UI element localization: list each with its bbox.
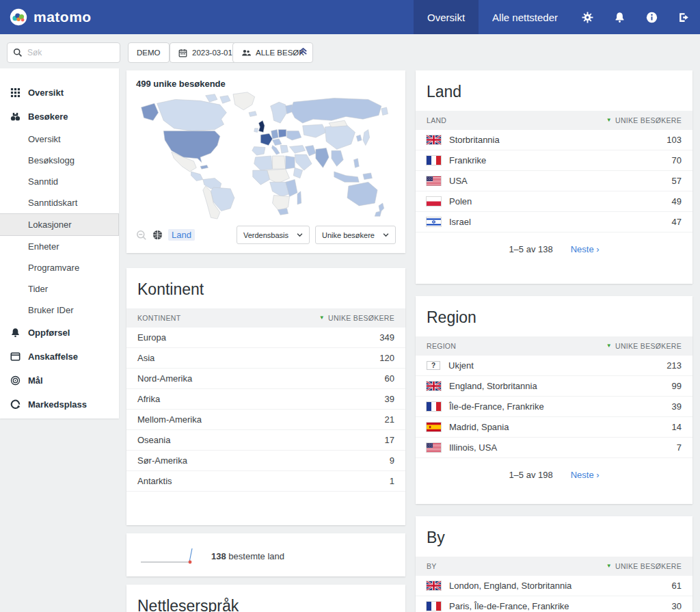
row-label: Île-de-France, Frankrike xyxy=(449,401,544,412)
sidebar-item-label: Sanntidskart xyxy=(28,198,77,208)
nav-item-alle-nettsteder[interactable]: Alle nettsteder xyxy=(479,0,571,34)
table-row[interactable]: Polen49 xyxy=(416,191,692,212)
zoom-out-icon[interactable] xyxy=(136,230,147,241)
sort-desc-icon: ▼ xyxy=(606,343,612,349)
column-header-unike-besokere[interactable]: ▼UNIKE BESØKERE xyxy=(606,342,682,350)
table-row[interactable]: Madrid, Spania14 xyxy=(416,417,692,438)
row-label: Sør-Amerika xyxy=(137,455,187,466)
column-header-unike-besokere[interactable]: ▼UNIKE BESØKERE xyxy=(606,562,682,570)
bell-icon xyxy=(10,328,21,338)
sidebar-item-programvare[interactable]: Programvare xyxy=(0,257,119,278)
pagination-next-link[interactable]: Neste › xyxy=(571,244,600,254)
row-value: 17 xyxy=(385,435,394,445)
search-box[interactable] xyxy=(7,42,120,63)
sparkline-label: bestemte land xyxy=(228,551,284,561)
column-header-kontinent[interactable]: KONTINENT xyxy=(137,314,180,322)
widget-title: Nettleserspråk xyxy=(126,585,405,612)
sidebar-item-label: Lokasjoner xyxy=(28,219,72,230)
sidebar-item-bruker-ider[interactable]: Bruker IDer xyxy=(0,300,119,321)
pagination-range: 1–5 av 198 xyxy=(509,470,552,480)
window-icon xyxy=(10,351,21,362)
column-header-unike-besokere[interactable]: ▼UNIKE BESØKERE xyxy=(319,314,394,322)
column-header-by[interactable]: BY xyxy=(427,562,437,570)
table-row[interactable]: ?Ukjent213 xyxy=(416,356,692,376)
flag-fr-icon xyxy=(427,402,441,411)
table-row[interactable]: Frankrike70 xyxy=(416,150,692,171)
row-value: 14 xyxy=(672,422,682,432)
table-row[interactable]: Mellom-Amerika21 xyxy=(126,410,405,430)
table-row[interactable]: Asia120 xyxy=(126,348,405,369)
sidebar-item-markedsplass[interactable]: Markedsplass xyxy=(0,393,119,416)
matomo-logo[interactable]: matomo xyxy=(0,8,101,26)
kontinent-widget: Kontinent KONTINENT ▼UNIKE BESØKERE Euro… xyxy=(126,268,405,525)
row-label: Asia xyxy=(137,353,154,363)
table-row[interactable]: Nord-Amerika60 xyxy=(126,369,405,389)
row-value: 47 xyxy=(672,217,682,227)
flag-fr-icon xyxy=(427,602,441,611)
table-row[interactable]: USA57 xyxy=(416,171,692,191)
table-row[interactable]: Afrika39 xyxy=(126,389,405,410)
logout-icon[interactable] xyxy=(668,0,700,34)
sidebar-item-enheter[interactable]: Enheter xyxy=(0,236,119,257)
row-value: 30 xyxy=(672,601,682,611)
target-icon xyxy=(10,375,21,386)
table-row[interactable]: Oseania17 xyxy=(126,430,405,451)
widget-title: Kontinent xyxy=(126,268,405,308)
map-level-land-link[interactable]: Land xyxy=(168,229,195,241)
map-basis-select[interactable]: Verdensbasis xyxy=(237,226,310,244)
site-selector-button[interactable]: DEMO xyxy=(128,42,170,63)
sidebar-item-oversikt[interactable]: Oversikt xyxy=(0,81,119,105)
sidebar-item-tider[interactable]: Tider xyxy=(0,278,119,300)
sidebar-item-label: Bruker IDer xyxy=(28,305,73,315)
sidebar-item-bes-kere[interactable]: Besøkere xyxy=(0,105,119,129)
column-header-land[interactable]: LAND xyxy=(427,116,446,124)
notifications-bell-icon[interactable] xyxy=(604,0,636,34)
by-widget: By BY ▼UNIKE BESØKERE London, England, S… xyxy=(416,516,692,612)
sidebar-item-oversikt[interactable]: Oversikt xyxy=(0,129,119,150)
sidebar-item-label: Sanntid xyxy=(28,176,58,187)
table-row[interactable]: Paris, Île-de-France, Frankrike30 xyxy=(416,596,692,612)
sidebar-item-label: Besøkere xyxy=(28,111,68,122)
table-row[interactable]: Israel47 xyxy=(416,212,692,232)
table-row[interactable]: Europa349 xyxy=(126,328,405,348)
globe-icon[interactable] xyxy=(152,230,163,240)
world-map[interactable] xyxy=(126,90,405,223)
date-selector-button[interactable]: 2023-03-01 xyxy=(170,42,241,63)
top-navigation-bar: matomo Oversikt Alle nettsteder xyxy=(0,0,700,34)
row-label: Israel xyxy=(449,217,471,227)
column-header-unike-besokere[interactable]: ▼UNIKE BESØKERE xyxy=(606,116,682,124)
sidebar-item-m-l[interactable]: Mål xyxy=(0,369,119,393)
row-value: 349 xyxy=(379,332,394,343)
sidebar-item-bes-kslogg[interactable]: Besøkslogg xyxy=(0,150,119,171)
row-value: 9 xyxy=(390,455,394,466)
sort-desc-icon: ▼ xyxy=(319,315,325,321)
settings-gear-icon[interactable] xyxy=(571,0,604,34)
sidebar-item-anskaffelse[interactable]: Anskaffelse xyxy=(0,345,119,369)
collapse-chevrons-icon[interactable] xyxy=(298,46,308,59)
info-icon[interactable] xyxy=(636,0,668,34)
table-row[interactable]: Sør-Amerika9 xyxy=(126,451,405,471)
map-metric-select[interactable]: Unike besøkere xyxy=(315,226,396,244)
row-label: London, England, Storbritannia xyxy=(449,581,571,591)
table-row[interactable]: Storbritannia103 xyxy=(416,130,692,150)
sidebar-item-lokasjoner[interactable]: Lokasjoner xyxy=(0,213,119,236)
table-row[interactable]: Illinois, USA7 xyxy=(416,438,692,458)
sidebar-item-sanntidskart[interactable]: Sanntidskart xyxy=(0,192,119,213)
row-value: 7 xyxy=(677,442,682,453)
visitor-map-widget: 499 unike besøkende xyxy=(126,70,405,253)
table-row[interactable]: Antarktis1 xyxy=(126,471,405,492)
nav-item-oversikt[interactable]: Oversikt xyxy=(414,0,479,34)
column-header-region[interactable]: REGION xyxy=(427,342,456,350)
widget-title: Region xyxy=(416,296,692,336)
row-label: Frankrike xyxy=(449,155,486,165)
sidebar-item-oppf-rsel[interactable]: Oppførsel xyxy=(0,321,119,345)
table-row[interactable]: England, Storbritannia99 xyxy=(416,376,692,397)
flag-us-icon xyxy=(427,443,441,452)
search-input[interactable] xyxy=(27,48,109,57)
flag-fr-icon xyxy=(427,156,441,165)
sparkline-chart[interactable] xyxy=(139,544,202,568)
table-row[interactable]: Île-de-France, Frankrike39 xyxy=(416,397,692,417)
pagination-next-link[interactable]: Neste › xyxy=(571,470,600,480)
sidebar-item-sanntid[interactable]: Sanntid xyxy=(0,171,119,192)
table-row[interactable]: London, England, Storbritannia61 xyxy=(416,576,692,596)
